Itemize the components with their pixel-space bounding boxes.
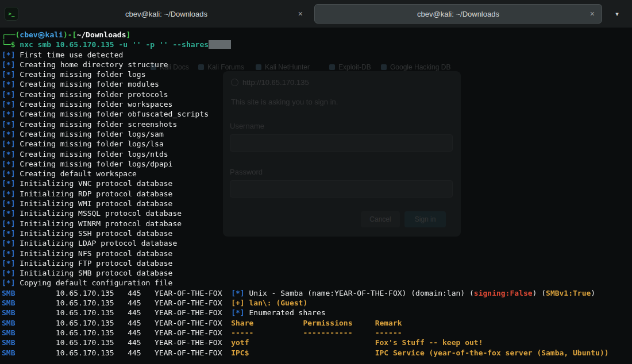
- terminal-line: [*] Creating missing folder modules: [2, 79, 632, 89]
- tab-list-dropdown[interactable]: ▾: [607, 5, 627, 22]
- tab-title: cbev@kali: ~/Downloads: [125, 10, 207, 18]
- terminal-line: [*] Initializing LDAP protocol database: [2, 238, 632, 248]
- close-icon[interactable]: ×: [298, 10, 303, 18]
- terminal-line: [*] Creating missing folder obfuscated_s…: [2, 109, 632, 119]
- terminal-line: └─$ nxc smb 10.65.170.135 -u '' -p '' --…: [2, 40, 632, 49]
- terminal-line: SMB 10.65.170.135 445 YEAR-OF-THE-FOX [+…: [2, 298, 632, 308]
- terminal-line: [*] First time use detected: [2, 50, 632, 60]
- terminal-line: [*] Creating missing folder workspaces: [2, 99, 632, 109]
- terminal-line: SMB 10.65.170.135 445 YEAR-OF-THE-FOX yo…: [2, 338, 632, 347]
- terminal-line: [*] Initializing NFS protocol database: [2, 249, 632, 258]
- terminal-line: ┌──(cbev㉿kali)-[~/Downloads]: [2, 30, 632, 40]
- terminal-line: [*] Creating default workspace: [2, 169, 632, 179]
- terminal-line: [*] Creating missing folder screenshots: [2, 119, 632, 129]
- terminal-line: [*] Initializing WINRM protocol database: [2, 219, 632, 229]
- terminal-line: [*] Creating missing folder protocols: [2, 90, 632, 99]
- terminal-app-icon: >_: [5, 7, 18, 21]
- terminal-line: [*] Creating missing folder logs/lsa: [2, 139, 632, 149]
- terminal-line: [*] Creating missing folder logs/sam: [2, 129, 632, 139]
- terminal-line: [*] Creating missing folder logs/dpapi: [2, 159, 632, 169]
- terminal-line: SMB 10.65.170.135 445 YEAR-OF-THE-FOX IP…: [2, 348, 632, 358]
- terminal-line: SMB 10.65.170.135 445 YEAR-OF-THE-FOX Sh…: [2, 318, 632, 328]
- terminal-viewport: Kali Docs Kali Forums Kali NetHunter Exp…: [0, 28, 632, 364]
- tab-downloads-1[interactable]: cbev@kali: ~/Downloads ×: [23, 4, 310, 24]
- terminal[interactable]: ┌──(cbev㉿kali)-[~/Downloads]└─$ nxc smb …: [0, 28, 632, 364]
- terminal-line: [*] Creating missing folder logs: [2, 69, 632, 79]
- terminal-line: [*] Creating home directory structure: [2, 60, 632, 69]
- terminal-line: [*] Initializing VNC protocol database: [2, 179, 632, 188]
- terminal-line: [*] Initializing FTP protocol database: [2, 258, 632, 268]
- close-icon[interactable]: ×: [590, 10, 595, 18]
- tab-downloads-2[interactable]: cbev@kali: ~/Downloads ×: [314, 4, 602, 24]
- tab-title: cbev@kali: ~/Downloads: [417, 10, 499, 18]
- terminal-line: [*] Initializing SSH protocol database: [2, 229, 632, 238]
- tab-bar: >_ cbev@kali: ~/Downloads × cbev@kali: ~…: [0, 0, 632, 28]
- terminal-window: >_ cbev@kali: ~/Downloads × cbev@kali: ~…: [0, 0, 632, 364]
- terminal-line: [*] Initializing MSSQL protocol database: [2, 208, 632, 218]
- terminal-line: [*] Creating missing folder logs/ntds: [2, 149, 632, 159]
- terminal-line: [*] Copying default configuration file: [2, 278, 632, 288]
- terminal-line: SMB 10.65.170.135 445 YEAR-OF-THE-FOX [*…: [2, 308, 632, 317]
- terminal-line: SMB 10.65.170.135 445 YEAR-OF-THE-FOX --…: [2, 328, 632, 338]
- terminal-line: [*] Initializing WMI protocol database: [2, 199, 632, 208]
- terminal-line: [*] Initializing RDP protocol database: [2, 189, 632, 199]
- terminal-line: SMB 10.65.170.135 445 YEAR-OF-THE-FOX [*…: [2, 288, 632, 298]
- terminal-line: [*] Initializing SMB protocol database: [2, 268, 632, 278]
